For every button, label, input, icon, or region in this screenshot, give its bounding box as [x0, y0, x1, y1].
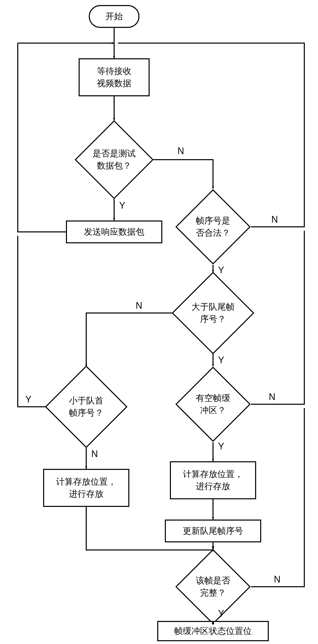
- decision-gt-tail: [172, 272, 254, 354]
- flowchart-connectors: [0, 0, 318, 644]
- process-wait-receive: 等待接收 视频数据: [79, 58, 150, 96]
- label-lthead-yes: Y: [25, 394, 31, 405]
- process-calc-store-left: 计算存放位置， 进行存放: [43, 469, 129, 507]
- decision-lt-head: [45, 365, 127, 448]
- process-update-tail: 更新队尾帧序号: [165, 520, 261, 542]
- process-send-response: 发送响应数据包: [66, 220, 162, 243]
- process-update-tail-label: 更新队尾帧序号: [183, 525, 243, 537]
- label-complete-no: N: [274, 574, 280, 585]
- label-gttail-no: N: [136, 300, 142, 311]
- process-calc-store-right: 计算存放位置， 进行存放: [170, 461, 256, 499]
- terminal-start: 开始: [89, 5, 139, 28]
- decision-frame-complete: [175, 549, 251, 624]
- process-calc-store-right-label: 计算存放位置， 进行存放: [183, 468, 243, 492]
- flowchart-connectors-final: [0, 0, 318, 644]
- label-test-yes: Y: [119, 200, 125, 211]
- flowchart-connectors-fix: [0, 0, 318, 644]
- label-gttail-yes: Y: [218, 355, 224, 365]
- process-set-status-bit-label: 帧缓冲区状态位置位: [174, 625, 252, 637]
- label-complete-yes: Y: [218, 608, 224, 619]
- label-empty-no: N: [269, 392, 275, 402]
- process-wait-receive-label: 等待接收 视频数据: [97, 65, 131, 89]
- label-lthead-no: N: [91, 449, 98, 459]
- decision-seq-valid: [175, 189, 251, 265]
- process-send-response-label: 发送响应数据包: [84, 226, 144, 238]
- decision-is-test-packet: [75, 120, 153, 199]
- process-calc-store-left-label: 计算存放位置， 进行存放: [56, 476, 116, 500]
- label-seq-no: N: [271, 214, 278, 225]
- label-seq-yes: Y: [218, 265, 224, 275]
- label-empty-yes: Y: [218, 441, 224, 452]
- process-set-status-bit: 帧缓冲区状态位置位: [157, 621, 269, 641]
- arrows-clean: [0, 0, 318, 644]
- terminal-start-label: 开始: [105, 10, 123, 23]
- decision-has-empty-buffer: [175, 367, 251, 442]
- label-test-no: N: [178, 146, 184, 156]
